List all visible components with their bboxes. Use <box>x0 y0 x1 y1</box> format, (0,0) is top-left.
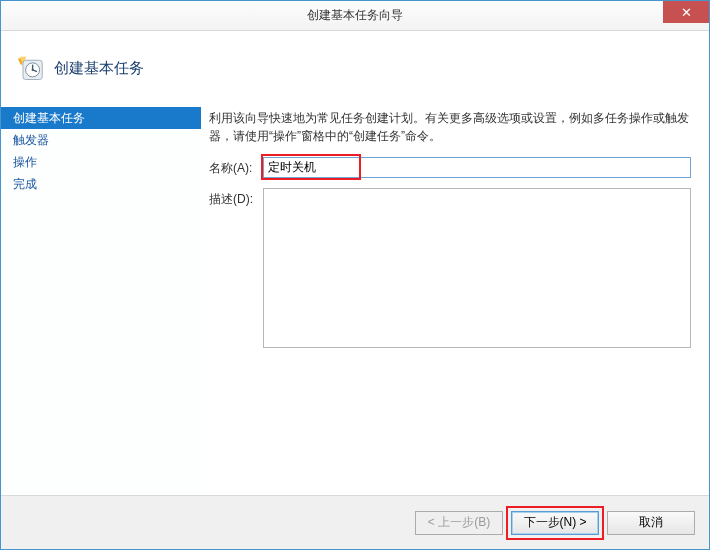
name-input[interactable] <box>263 157 691 178</box>
title-bar: 创建基本任务向导 ✕ <box>1 1 709 31</box>
wizard-body: 创建基本任务触发器操作完成 利用该向导快速地为常见任务创建计划。有关更多高级选项… <box>1 107 709 495</box>
page-title: 创建基本任务 <box>54 59 144 78</box>
next-button[interactable]: 下一步(N) > <box>511 511 599 535</box>
window-title: 创建基本任务向导 <box>307 7 403 24</box>
wizard-footer: < 上一步(B) 下一步(N) > 取消 <box>1 495 709 549</box>
name-input-wrap <box>263 157 691 178</box>
sidebar-step-2[interactable]: 操作 <box>1 151 201 173</box>
svg-point-6 <box>32 68 34 70</box>
description-input[interactable] <box>263 188 691 348</box>
close-button[interactable]: ✕ <box>663 1 709 23</box>
sidebar-step-0[interactable]: 创建基本任务 <box>1 107 201 129</box>
description-label: 描述(D): <box>209 188 263 208</box>
cancel-button[interactable]: 取消 <box>607 511 695 535</box>
sidebar-step-3[interactable]: 完成 <box>1 173 201 195</box>
close-icon: ✕ <box>681 5 692 20</box>
sidebar-step-1[interactable]: 触发器 <box>1 129 201 151</box>
scheduler-icon <box>16 55 44 83</box>
wizard-header: 创建基本任务 <box>1 31 709 107</box>
intro-text: 利用该向导快速地为常见任务创建计划。有关更多高级选项或设置，例如多任务操作或触发… <box>209 107 691 157</box>
name-row: 名称(A): <box>209 157 691 178</box>
back-button: < 上一步(B) <box>415 511 503 535</box>
wizard-sidebar: 创建基本任务触发器操作完成 <box>1 107 201 495</box>
wizard-content: 利用该向导快速地为常见任务创建计划。有关更多高级选项或设置，例如多任务操作或触发… <box>201 107 709 495</box>
wizard-window: 创建基本任务向导 ✕ 创建基本任务 创建基本任务触发器操作完成 利用该向导快速地… <box>0 0 710 550</box>
name-label: 名称(A): <box>209 157 263 177</box>
description-row: 描述(D): <box>209 188 691 348</box>
next-button-wrap: 下一步(N) > <box>511 511 599 535</box>
